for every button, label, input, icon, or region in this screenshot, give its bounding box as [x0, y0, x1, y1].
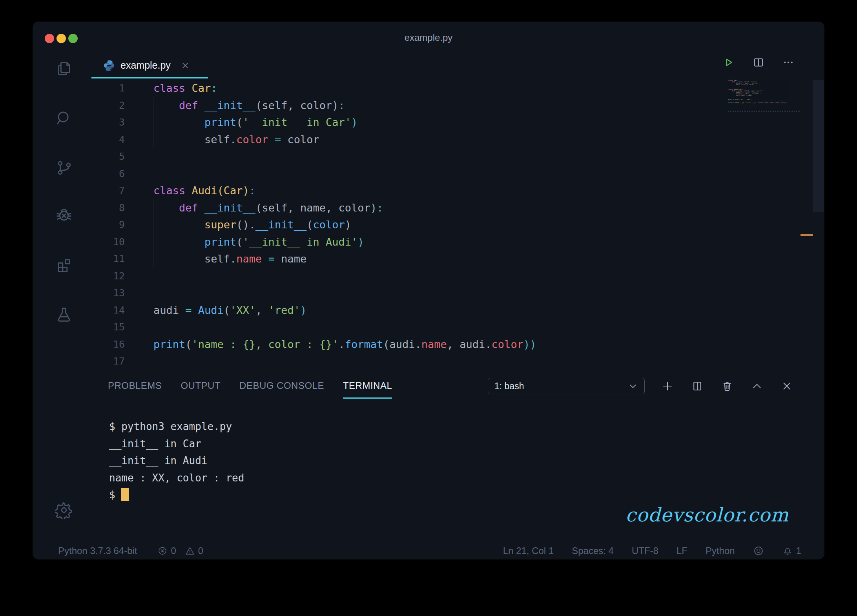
chevron-down-icon [628, 381, 638, 391]
code-line[interactable]: def __init__(self, color): [153, 97, 536, 114]
minimap-dots [728, 111, 801, 112]
code-line[interactable]: super().__init__(color) [153, 216, 536, 233]
notifications-bell[interactable]: 1 [782, 545, 801, 556]
panel-actions [662, 378, 793, 394]
debug-icon[interactable] [55, 205, 73, 223]
code-line[interactable]: print('name : {}, color : {}'.format(aud… [153, 336, 536, 353]
code-line[interactable] [153, 165, 536, 182]
problems-status[interactable]: 0 0 [157, 545, 203, 556]
terminal-line: $ python3 example.py [109, 418, 244, 436]
encoding[interactable]: UTF-8 [632, 545, 658, 556]
line-number: 15 [91, 319, 125, 336]
terminal-output[interactable]: $ python3 example.py __init__ in Car __i… [109, 418, 244, 504]
indent-guide [180, 216, 180, 268]
tab-debug-console[interactable]: DEBUG CONSOLE [239, 377, 324, 399]
warning-icon [185, 546, 195, 556]
indent-guide [180, 114, 180, 148]
tab-output[interactable]: OUTPUT [181, 377, 221, 399]
terminal-prompt-line: $ [109, 487, 244, 504]
terminal-line: __init__ in Audi [109, 452, 244, 470]
gutter: 1234567891011121314151617 [91, 80, 125, 370]
terminal-line: name : XX, color : red [109, 470, 244, 487]
maximize-panel-icon[interactable] [751, 380, 763, 392]
watermark: codevscolor.com [625, 504, 789, 526]
panel-tabs: PROBLEMS OUTPUT DEBUG CONSOLE TERMINAL [108, 377, 392, 399]
code-line[interactable]: class Audi(Car): [153, 182, 536, 199]
language-mode[interactable]: Python [706, 545, 735, 556]
vscode-window: example.py example.py [33, 22, 824, 559]
line-number: 1 [91, 80, 125, 97]
code-line[interactable]: class Car: [153, 80, 536, 97]
split-editor-icon[interactable] [753, 56, 764, 68]
notification-count: 1 [796, 545, 801, 556]
feedback-smiley-icon[interactable] [753, 545, 764, 556]
tab-label: example.py [120, 60, 171, 71]
code-line[interactable] [153, 148, 536, 165]
line-number: 14 [91, 302, 125, 319]
line-number: 6 [91, 165, 125, 182]
error-count: 0 [171, 545, 176, 556]
gear-icon[interactable] [55, 501, 73, 519]
line-number: 9 [91, 216, 125, 233]
beaker-icon[interactable] [55, 306, 73, 324]
editor-actions [723, 56, 794, 68]
extensions-icon[interactable] [55, 256, 73, 274]
titlebar: example.py [33, 22, 824, 53]
interpreter-status[interactable]: Python 3.7.3 64-bit [58, 545, 137, 556]
code-line[interactable] [153, 353, 536, 370]
terminal-cursor [121, 488, 129, 501]
overview-ruler-marker [800, 234, 813, 236]
window-title: example.py [33, 32, 824, 43]
indent-guide [153, 97, 153, 148]
code-line[interactable] [153, 284, 536, 302]
line-number: 2 [91, 97, 125, 114]
close-panel-icon[interactable] [781, 380, 793, 392]
line-number: 3 [91, 114, 125, 131]
terminal-line: __init__ in Car [109, 436, 244, 453]
files-icon[interactable] [55, 60, 73, 78]
tab-terminal[interactable]: TERMINAL [343, 377, 392, 399]
tab-problems[interactable]: PROBLEMS [108, 377, 162, 399]
line-number: 8 [91, 199, 125, 217]
minimap-code[interactable]: class Car: def __init__(self, color): pr… [728, 80, 806, 105]
line-number: 4 [91, 131, 125, 148]
line-number: 16 [91, 336, 125, 353]
run-icon[interactable] [723, 56, 735, 68]
line-number: 13 [91, 284, 125, 302]
warning-count: 0 [198, 545, 203, 556]
line-number: 7 [91, 182, 125, 199]
code-line[interactable]: self.color = color [153, 131, 536, 148]
eol-sequence[interactable]: LF [676, 545, 687, 556]
indent-guide [153, 199, 153, 268]
terminal-select[interactable]: 1: bash [488, 378, 645, 394]
code-lines[interactable]: class Car: def __init__(self, color): pr… [153, 80, 536, 370]
kill-terminal-icon[interactable] [721, 380, 733, 392]
search-icon[interactable] [55, 109, 73, 127]
code-line[interactable]: audi = Audi('XX', 'red') [153, 302, 536, 319]
code-line[interactable]: self.name = name [153, 250, 536, 268]
line-number: 10 [91, 233, 125, 251]
tab-close-icon[interactable] [180, 60, 190, 71]
source-control-icon[interactable] [55, 159, 73, 177]
code-line[interactable]: print('__init__ in Audi') [153, 233, 536, 251]
indentation[interactable]: Spaces: 4 [572, 545, 614, 556]
tab-example-py[interactable]: example.py [91, 53, 208, 78]
code-line[interactable]: print('__init__ in Car') [153, 114, 536, 131]
line-number: 11 [91, 250, 125, 268]
cursor-position[interactable]: Ln 21, Col 1 [503, 545, 554, 556]
split-terminal-icon[interactable] [691, 380, 703, 392]
bell-icon [782, 545, 793, 556]
line-number: 17 [91, 353, 125, 370]
terminal-select-value: 1: bash [494, 381, 524, 392]
python-file-icon [103, 60, 115, 71]
scrollbar-thumb[interactable] [813, 80, 824, 212]
terminal-prompt: $ [109, 489, 115, 501]
line-number: 12 [91, 268, 125, 285]
code-line[interactable] [153, 268, 536, 285]
error-icon [157, 546, 168, 556]
code-line[interactable] [153, 319, 536, 336]
new-terminal-icon[interactable] [662, 380, 673, 392]
more-actions-icon[interactable] [782, 56, 794, 68]
status-bar: Python 3.7.3 64-bit 0 0 Ln 21, Col 1 Spa… [33, 542, 824, 559]
code-line[interactable]: def __init__(self, name, color): [153, 199, 536, 217]
